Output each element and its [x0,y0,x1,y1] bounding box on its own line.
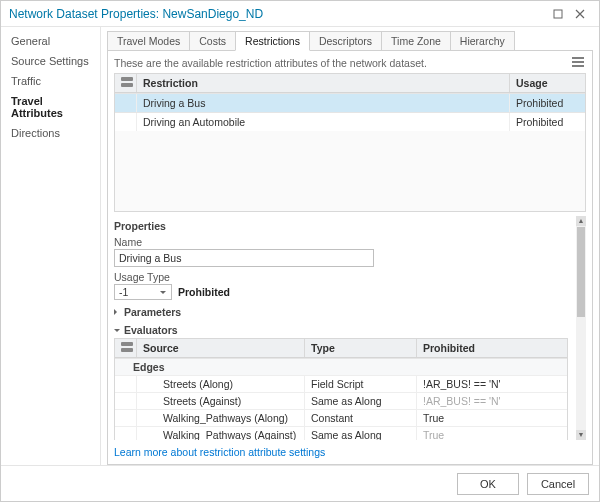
sidebar-item-general[interactable]: General [1,31,100,51]
restriction-name: Driving an Automobile [137,113,510,131]
close-icon[interactable] [569,5,591,23]
cancel-button[interactable]: Cancel [527,473,589,495]
evaluators-header: Source Type Prohibited [115,339,567,358]
evaluator-source: Streets (Along) [137,376,305,392]
evaluators-section-header[interactable]: Evaluators [114,324,568,336]
restriction-usage: Prohibited [510,94,585,112]
scrollbar-thumb[interactable] [577,227,585,317]
scroll-down-icon[interactable]: ▼ [576,430,586,440]
sidebar-item-travel-attributes[interactable]: Travel Attributes [1,91,100,123]
svg-rect-0 [554,10,562,18]
group-edges[interactable]: Edges [115,358,567,375]
col-type[interactable]: Type [305,339,417,357]
menu-icon[interactable] [570,57,586,69]
tab-strip: Travel Modes Costs Restrictions Descript… [107,31,593,51]
dialog-body: General Source Settings Traffic Travel A… [1,27,599,465]
scrollbar-track[interactable] [576,318,586,430]
svg-rect-2 [121,83,133,87]
title-bar: Network Dataset Properties: NewSanDiego_… [1,1,599,27]
sidebar-item-traffic[interactable]: Traffic [1,71,100,91]
restore-icon[interactable] [547,5,569,23]
col-usage[interactable]: Usage [510,74,585,92]
evaluators-header-icon [115,339,137,357]
evaluator-source: Walking_Pathways (Along) [137,410,305,426]
svg-rect-4 [121,348,133,352]
usage-text: Prohibited [178,286,230,298]
evaluator-source: Walking_Pathways (Against) [137,427,305,440]
ok-button[interactable]: OK [457,473,519,495]
intro-text: These are the available restriction attr… [114,57,427,69]
tab-costs[interactable]: Costs [189,31,236,51]
restrictions-header: Restriction Usage [115,74,585,93]
window-title: Network Dataset Properties: NewSanDiego_… [9,7,547,21]
evaluator-row[interactable]: Streets (Against) Same as Along !AR_BUS!… [115,392,567,409]
evaluator-type: Field Script [305,376,417,392]
svg-rect-1 [121,77,133,81]
properties-area: Properties Name Usage Type -1 Prohibited… [114,216,586,440]
evaluator-type: Same as Along [305,393,417,409]
parameters-label: Parameters [124,306,181,318]
col-value[interactable]: Prohibited [417,339,567,357]
evaluator-value: !AR_BUS! == 'N' [417,393,567,409]
evaluator-value: True [417,410,567,426]
sidebar: General Source Settings Traffic Travel A… [1,27,101,465]
dialog-footer: OK Cancel [1,465,599,501]
evaluators-label: Evaluators [124,324,178,336]
evaluator-value: True [417,427,567,440]
restriction-row-icon [115,113,137,131]
restrictions-grid: Restriction Usage Driving a Bus Prohibit… [114,73,586,212]
evaluator-value: !AR_BUS! == 'N' [417,376,567,392]
tab-descriptors[interactable]: Descriptors [309,31,382,51]
group-edges-label: Edges [133,361,165,373]
restriction-row[interactable]: Driving a Bus Prohibited [115,93,585,112]
tab-time-zone[interactable]: Time Zone [381,31,451,51]
sidebar-item-source-settings[interactable]: Source Settings [1,51,100,71]
evaluator-row[interactable]: Walking_Pathways (Along) Constant True [115,409,567,426]
evaluator-type: Constant [305,410,417,426]
name-label: Name [114,236,568,248]
tab-restrictions[interactable]: Restrictions [235,31,310,51]
restriction-row[interactable]: Driving an Automobile Prohibited [115,112,585,131]
chevron-down-icon [114,329,120,335]
tab-content: These are the available restriction attr… [107,50,593,465]
col-restriction[interactable]: Restriction [137,74,510,92]
evaluator-row[interactable]: Streets (Along) Field Script !AR_BUS! ==… [115,375,567,392]
main-panel: Travel Modes Costs Restrictions Descript… [101,27,599,465]
intro-row: These are the available restriction attr… [114,55,586,73]
usage-type-label: Usage Type [114,271,568,283]
svg-rect-3 [121,342,133,346]
evaluators-grid: Source Type Prohibited Edges Streets (Al… [114,338,568,440]
properties-scroll: Properties Name Usage Type -1 Prohibited… [114,216,576,440]
restrictions-grid-filler [115,131,585,211]
sidebar-item-directions[interactable]: Directions [1,123,100,143]
parameters-section-header[interactable]: Parameters [114,306,568,318]
properties-title: Properties [114,220,568,232]
chevron-right-icon [114,309,120,315]
learn-more-link[interactable]: Learn more about restriction attribute s… [114,446,586,458]
dialog-window: Network Dataset Properties: NewSanDiego_… [0,0,600,502]
scroll-up-icon[interactable]: ▲ [576,216,586,226]
usage-value-select[interactable]: -1 [114,284,172,300]
tab-hierarchy[interactable]: Hierarchy [450,31,515,51]
evaluator-row[interactable]: Walking_Pathways (Against) Same as Along… [115,426,567,440]
properties-scrollbar[interactable]: ▲ ▼ [576,216,586,440]
tab-travel-modes[interactable]: Travel Modes [107,31,190,51]
restrictions-header-icon [115,74,137,92]
name-input[interactable] [114,249,374,267]
restriction-row-icon [115,94,137,112]
col-source[interactable]: Source [137,339,305,357]
restriction-usage: Prohibited [510,113,585,131]
evaluator-type: Same as Along [305,427,417,440]
restriction-name: Driving a Bus [137,94,510,112]
evaluator-source: Streets (Against) [137,393,305,409]
